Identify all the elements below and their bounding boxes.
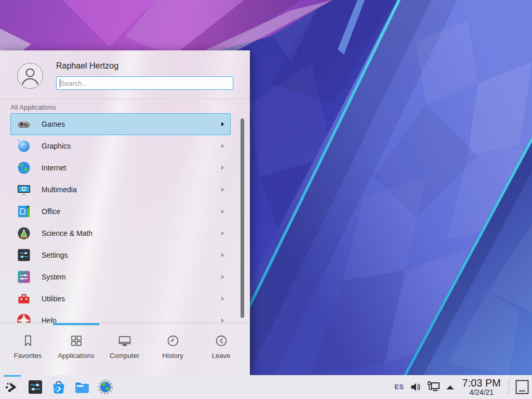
system-icon [17,270,31,284]
games-icon [17,117,31,131]
category-office[interactable]: Office [10,201,231,222]
tab-favorites[interactable]: Favorites [4,334,52,360]
show-desktop-icon [515,380,529,394]
keyboard-layout-indicator[interactable]: ES [394,383,404,391]
text-cursor [60,79,60,87]
tab-label: Leave [212,352,230,360]
internet-icon [17,161,31,175]
history-icon [166,334,180,348]
system-settings-icon [28,379,43,395]
application-launcher-menu: Raphael Hertzog All Applications [0,50,250,375]
submenu-arrow-icon [221,209,224,214]
multimedia-icon [17,183,31,196]
file-manager-button[interactable] [74,379,90,395]
user-avatar[interactable] [17,63,43,89]
user-icon [18,63,43,88]
category-label: Science & Math [42,229,92,237]
application-launcher-button[interactable] [4,379,20,395]
submenu-arrow-icon [221,318,224,323]
tab-label: History [162,352,183,360]
category-help[interactable]: Help [10,310,231,323]
panel-separator [509,379,509,395]
applications-icon [69,334,84,348]
science-icon [17,227,31,240]
category-games[interactable]: Games [10,113,231,135]
leave-icon [214,334,229,348]
discover-icon [51,379,66,395]
favorites-icon [21,334,35,348]
category-label: System [42,273,66,281]
settings-icon [17,248,31,262]
category-internet[interactable]: Internet [10,157,231,179]
section-label: All Applications [10,103,56,111]
submenu-arrow-icon [221,275,224,279]
office-icon [17,205,31,218]
category-multimedia[interactable]: Multimedia [10,179,231,201]
discover-button[interactable] [51,379,66,395]
globe-browser-icon [98,379,113,395]
help-icon [17,314,31,323]
taskbar-apps [0,379,113,395]
category-label: Internet [42,164,66,172]
utilities-icon [17,292,31,305]
submenu-arrow-icon [221,231,224,235]
launcher-footer: Favorites Applications [0,323,250,376]
list-scrollbar[interactable] [241,118,244,318]
clock-time: 7:03 PM [462,378,501,389]
tab-leave[interactable]: Leave [197,334,245,360]
category-label: Games [42,120,65,128]
expand-tray-icon[interactable] [446,384,455,390]
show-desktop-button[interactable] [515,380,529,394]
tab-label: Applications [58,352,94,360]
active-app-indicator [4,375,21,377]
submenu-arrow-icon [221,122,224,126]
folder-icon [74,379,90,395]
submenu-arrow-icon [221,144,224,148]
web-browser-button[interactable] [98,379,113,395]
category-utilities[interactable]: Utilities [10,288,231,310]
system-settings-button[interactable] [28,379,43,395]
category-settings[interactable]: Settings [10,244,231,266]
taskbar-panel: ES [0,375,532,399]
submenu-arrow-icon [221,188,224,192]
graphics-icon [17,139,31,153]
volume-icon[interactable] [410,381,421,393]
network-icon[interactable] [427,381,440,393]
search-box [56,76,233,90]
category-graphics[interactable]: Graphics [10,135,231,157]
tab-applications[interactable]: Applications [52,334,100,360]
category-label: Help [42,316,57,323]
submenu-arrow-icon [221,297,224,301]
category-label: Utilities [42,295,65,303]
desktop: Raphael Hertzog All Applications [0,0,532,399]
tab-computer[interactable]: Computer [100,334,149,360]
category-label: Graphics [42,142,71,150]
clock-date: 4/24/21 [462,389,501,396]
search-input[interactable] [57,77,233,89]
submenu-arrow-icon [221,166,224,170]
tab-history[interactable]: History [149,334,197,360]
user-name: Raphael Hertzog [56,61,118,71]
submenu-arrow-icon [221,253,224,257]
category-science-math[interactable]: Science & Math [10,222,231,244]
category-list: Games Graphics [0,113,239,323]
tab-label: Computer [110,352,139,360]
system-tray: ES [394,378,532,397]
tab-label: Favorites [14,352,42,360]
kde-launcher-icon [4,379,20,395]
category-label: Office [42,207,60,216]
category-system[interactable]: System [10,266,231,288]
category-label: Settings [42,251,68,259]
digital-clock[interactable]: 7:03 PM 4/24/21 [462,378,501,397]
footer-tabs: Favorites Applications [4,334,245,360]
active-tab-indicator [53,323,99,325]
category-label: Multimedia [42,185,77,194]
launcher-header: Raphael Hertzog [0,50,250,99]
computer-icon [117,334,132,348]
